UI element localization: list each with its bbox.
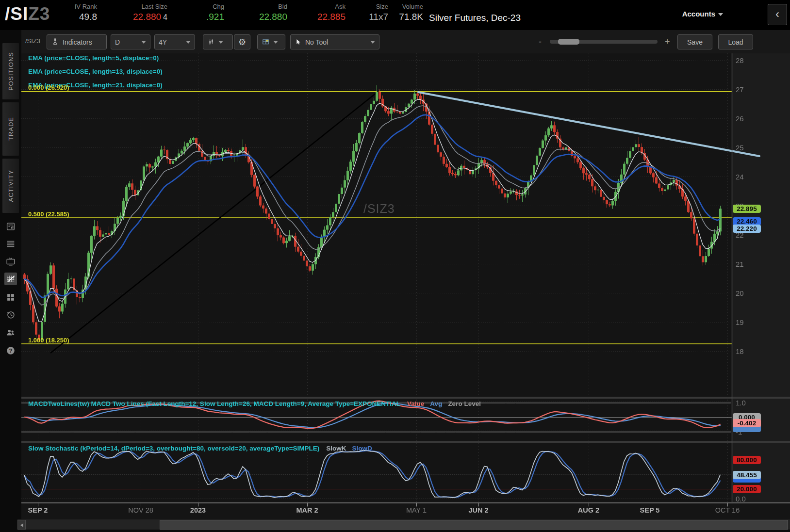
trading-platform-window: /SIZ3 IV Rank49.8Last Size22.8804Chg.921… bbox=[0, 0, 790, 532]
history-icon[interactable] bbox=[4, 308, 17, 321]
watchlist-icon[interactable] bbox=[4, 238, 17, 250]
field-label: Bid bbox=[234, 3, 287, 10]
zoom-in-button[interactable]: + bbox=[665, 37, 670, 47]
field-label: IV Rank bbox=[44, 3, 97, 10]
chart-settings-button[interactable]: ⚙ bbox=[234, 34, 250, 49]
sidebar-tab-trade[interactable]: TRADE bbox=[2, 102, 19, 156]
sidebar-tab-label: ACTIVITY bbox=[7, 170, 15, 202]
tool-value: No Tool bbox=[305, 38, 328, 46]
zoom-slider-thumb[interactable] bbox=[558, 39, 579, 45]
grid-layout-icon bbox=[262, 38, 270, 46]
load-button[interactable]: Load bbox=[718, 34, 753, 49]
collapse-panel-button[interactable]: ‹ bbox=[768, 4, 787, 25]
zoom-slider[interactable] bbox=[550, 40, 658, 44]
candlestick-icon bbox=[207, 38, 215, 46]
field-label: Volume bbox=[370, 3, 423, 10]
range-value: 4Y bbox=[159, 38, 167, 46]
load-label: Load bbox=[728, 38, 743, 46]
price-chart-canvas[interactable] bbox=[21, 53, 790, 519]
symbol-root: /SI bbox=[5, 4, 28, 24]
study-label-ema5[interactable]: EMA (price=CLOSE, length=5, displace=0) bbox=[28, 54, 159, 62]
sidebar-tab-positions[interactable]: POSITIONS bbox=[2, 43, 19, 100]
field-label: Chg bbox=[171, 3, 224, 10]
quote-field-last-size: Last Size22.8804 bbox=[114, 3, 167, 22]
indicators-label: Indicators bbox=[63, 38, 92, 46]
gear-icon: ⚙ bbox=[238, 37, 246, 48]
chevron-down-icon bbox=[718, 13, 723, 16]
fib-level-0-label[interactable]: 0.000 (26.920) bbox=[28, 84, 69, 91]
drawing-tool-dropdown[interactable]: No Tool bbox=[290, 34, 379, 49]
dashboard-icon[interactable] bbox=[4, 291, 17, 304]
indicators-flask-icon bbox=[51, 38, 59, 46]
chevron-down-icon bbox=[370, 41, 375, 44]
svg-text:?: ? bbox=[9, 348, 13, 354]
quote-field-volume: Volume71.8K bbox=[370, 3, 423, 22]
study-label-ema13[interactable]: EMA (price=CLOSE, length=13, displace=0) bbox=[28, 68, 163, 75]
chart-type-dropdown[interactable] bbox=[203, 34, 233, 49]
sidebar-tab-label: TRADE bbox=[7, 117, 15, 141]
quote-field-chg: Chg.921 bbox=[171, 3, 224, 22]
community-icon[interactable] bbox=[4, 326, 17, 339]
report-icon[interactable] bbox=[4, 220, 17, 233]
chart-toolbar: /SIZ3 Indicators D 4Y ⚙ bbox=[21, 30, 790, 53]
chart-panel[interactable]: EMA (price=CLOSE, length=5, displace=0) … bbox=[21, 53, 790, 519]
quote-header: /SIZ3 IV Rank49.8Last Size22.8804Chg.921… bbox=[0, 0, 790, 30]
zoom-out-button[interactable]: - bbox=[539, 37, 542, 47]
chevron-down-icon bbox=[186, 41, 191, 44]
timeframe-value: D bbox=[115, 38, 120, 46]
chevron-left-icon: ‹ bbox=[775, 7, 779, 20]
chart-horizontal-scrollbar[interactable] bbox=[17, 519, 790, 530]
cursor-icon bbox=[295, 38, 302, 46]
chevron-down-icon bbox=[141, 41, 146, 44]
accounts-menu[interactable]: Accounts bbox=[682, 10, 723, 18]
fib-level-50-label[interactable]: 0.500 (22.585) bbox=[28, 210, 69, 218]
sidebar-tab-label: POSITIONS bbox=[7, 52, 15, 91]
field-value: 22.880 bbox=[133, 12, 161, 22]
chevron-down-icon bbox=[273, 41, 278, 44]
field-value: 49.8 bbox=[79, 12, 97, 22]
field-value: 22.880 bbox=[259, 12, 287, 22]
field-value: .921 bbox=[206, 12, 224, 22]
tv-icon[interactable] bbox=[4, 255, 17, 268]
left-sidebar: POSITIONS TRADE ACTIVITY ? bbox=[0, 30, 21, 532]
timeframe-dropdown[interactable]: D bbox=[111, 34, 150, 49]
save-label: Save bbox=[687, 38, 703, 46]
save-button[interactable]: Save bbox=[677, 34, 712, 49]
range-dropdown[interactable]: 4Y bbox=[154, 34, 195, 49]
fib-level-100-label[interactable]: 1.000 (18.250) bbox=[28, 337, 69, 344]
chevron-down-icon bbox=[218, 41, 223, 44]
scroll-left-arrow[interactable] bbox=[17, 520, 26, 530]
quote-field-bid: Bid22.880 bbox=[234, 3, 287, 22]
grid-layout-dropdown[interactable] bbox=[257, 34, 285, 49]
indicators-button[interactable]: Indicators bbox=[47, 34, 107, 49]
scrollbar-thumb[interactable] bbox=[160, 520, 788, 530]
instrument-description: Silver Futures, Dec-23 bbox=[429, 13, 521, 23]
field-value: 71.8K bbox=[399, 12, 423, 22]
help-icon[interactable]: ? bbox=[4, 344, 17, 357]
bottom-strip bbox=[0, 530, 790, 532]
sidebar-tab-activity[interactable]: ACTIVITY bbox=[2, 158, 19, 213]
field-label: Last Size bbox=[114, 3, 167, 10]
accounts-label: Accounts bbox=[682, 10, 715, 18]
field-extra: 4 bbox=[163, 13, 167, 21]
quote-field-iv-rank: IV Rank49.8 bbox=[44, 3, 97, 22]
symbol-input[interactable]: /SIZ3 bbox=[25, 37, 40, 45]
chart-icon[interactable] bbox=[4, 273, 17, 285]
